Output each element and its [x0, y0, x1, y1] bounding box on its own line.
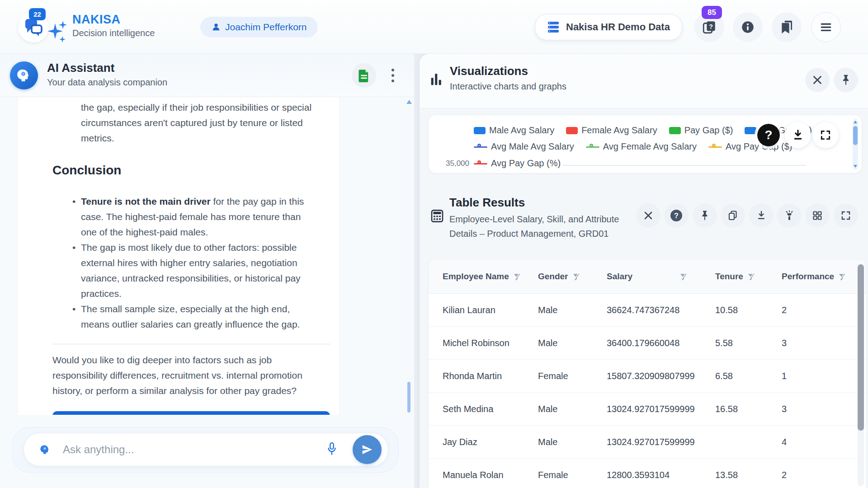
- user-account-button[interactable]: Joachim Pefferkorn: [200, 17, 318, 38]
- copy-icon: [727, 210, 738, 221]
- brand-tagline: Decision intelligence: [72, 28, 155, 38]
- table-row[interactable]: Jay Diaz Male 13024.927017599999 4: [429, 426, 866, 459]
- table-pin-button[interactable]: [693, 203, 717, 228]
- chat-scroll-area[interactable]: the gap, especially if their job respons…: [0, 97, 414, 415]
- table-row[interactable]: Rhonda Martin Female 15807.320909807999 …: [429, 360, 866, 393]
- cell-gender: Male: [538, 404, 607, 414]
- legend-swatch: [474, 127, 486, 134]
- bookmark-icon: [779, 19, 794, 35]
- chat-scrollbar-thumb[interactable]: [407, 382, 410, 413]
- table-row[interactable]: Manuela Rolan Female 12800.3593104 13.58…: [429, 459, 866, 488]
- cell-tenure: 13.58: [715, 470, 782, 480]
- microphone-icon: [326, 442, 338, 457]
- scroll-down-arrow[interactable]: [854, 165, 857, 168]
- cell-gender: Male: [538, 305, 607, 315]
- legend-item[interactable]: Avg Female Avg Salary: [586, 141, 697, 152]
- cell-tenure: 6.58: [715, 371, 782, 381]
- cell-salary: 13024.927017599999: [607, 404, 715, 414]
- chart-scrollbar-thumb[interactable]: [853, 126, 858, 145]
- filter-icon[interactable]: [572, 273, 580, 281]
- column-header-gender[interactable]: Gender: [538, 272, 607, 282]
- svg-text:?: ?: [709, 23, 713, 30]
- conclusion-bullets: Tenure is not the main driver for the pa…: [72, 194, 330, 332]
- cell-salary: 36400.179660048: [607, 338, 715, 348]
- legend-item[interactable]: Pay Gap ($): [669, 125, 733, 136]
- column-header-tenure[interactable]: Tenure: [715, 272, 782, 282]
- assistant-options-button[interactable]: [382, 65, 404, 86]
- table-row[interactable]: Seth Medina Male 13024.927017599999 16.5…: [429, 393, 866, 426]
- grid-icon: [812, 210, 823, 221]
- table-row[interactable]: Michel Robinson Male 36400.179660048 5.5…: [429, 327, 866, 360]
- cell-employee-name: Seth Medina: [443, 404, 538, 414]
- column-header-salary[interactable]: Salary: [607, 272, 715, 282]
- cell-performance: 2: [782, 305, 866, 315]
- suggested-prompt-button[interactable]: Let's explore the job responsibilities o…: [52, 411, 330, 415]
- filter-icon[interactable]: [679, 273, 687, 281]
- cell-gender: Male: [538, 437, 607, 447]
- close-icon: [811, 74, 823, 86]
- cell-employee-name: Manuela Rolan: [443, 470, 538, 480]
- assistant-title: AI Assistant: [47, 61, 114, 75]
- table-fullscreen-button[interactable]: [834, 203, 858, 228]
- chart-download-button[interactable]: [785, 122, 811, 148]
- bullet-item: The gap is most likely due to other fact…: [72, 240, 330, 301]
- table-close-button[interactable]: [636, 203, 660, 228]
- legend-row-3: Avg Pay Gap (%): [474, 158, 561, 169]
- main-menu-button[interactable]: [811, 12, 841, 42]
- brand-block: NAKISA Decision intelligence: [72, 13, 155, 38]
- legend-swatch: [745, 127, 756, 134]
- dataset-name: Nakisa HR Demo Data: [566, 21, 670, 33]
- close-icon: [643, 210, 654, 221]
- y-axis-tick: 35,000: [442, 159, 469, 168]
- info-button[interactable]: [733, 12, 763, 42]
- table-help-button[interactable]: ?: [664, 203, 689, 228]
- legend-item[interactable]: Male Avg Salary: [474, 125, 554, 136]
- legend-item[interactable]: Avg Male Avg Salary: [474, 141, 574, 152]
- fullscreen-icon: [840, 210, 851, 221]
- ask-input-pill[interactable]: [24, 433, 388, 466]
- scroll-up-arrow[interactable]: [406, 100, 412, 104]
- legend-item[interactable]: Avg Pay Gap ($): [708, 141, 792, 152]
- table-highlight-button[interactable]: [777, 203, 802, 228]
- chart-scrollbar[interactable]: [853, 119, 858, 169]
- dataset-selector-button[interactable]: Nakisa HR Demo Data: [535, 14, 682, 40]
- column-header-employee-name[interactable]: Employee Name: [443, 272, 538, 282]
- bar-chart-icon: [430, 73, 442, 88]
- filter-icon[interactable]: [838, 273, 846, 281]
- ask-input-container: [12, 427, 399, 473]
- table-copy-button[interactable]: [721, 203, 745, 228]
- report-document-button[interactable]: [352, 63, 376, 88]
- help-icon: ?: [668, 207, 684, 224]
- app-window: 22 NAKISA Decision intelligence Joachim …: [0, 0, 868, 488]
- visualizations-header: Visualizations Interactive charts and gr…: [420, 54, 868, 108]
- column-header-performance[interactable]: Performance: [782, 272, 866, 282]
- cell-performance: 4: [782, 437, 866, 447]
- table-row[interactable]: Kilian Lauran Male 36624.747367248 10.58…: [429, 294, 866, 327]
- table-layout-button[interactable]: [805, 203, 830, 228]
- filter-icon[interactable]: [747, 273, 755, 281]
- head-gear-icon: [16, 67, 32, 84]
- pin-visualizations-button[interactable]: [834, 68, 858, 92]
- legend-marker: [586, 144, 599, 150]
- filter-icon[interactable]: [513, 273, 521, 281]
- send-button[interactable]: [353, 435, 382, 464]
- table-scrollbar[interactable]: [858, 263, 864, 486]
- info-icon: [740, 19, 755, 35]
- chart-fullscreen-button[interactable]: [812, 122, 839, 148]
- table-scrollbar-thumb[interactable]: [858, 264, 864, 431]
- bookmarks-button[interactable]: [772, 12, 802, 42]
- person-icon: [211, 22, 221, 32]
- cell-salary: 12800.3593104: [607, 470, 715, 480]
- scroll-up-arrow[interactable]: [854, 121, 857, 123]
- assistant-subtitle: Your data analysis companion: [47, 77, 167, 88]
- chart-help-button[interactable]: ?: [757, 124, 780, 146]
- assistant-message: the gap, especially if their job respons…: [18, 97, 339, 415]
- ask-input[interactable]: [63, 443, 322, 456]
- close-visualizations-button[interactable]: [805, 68, 830, 92]
- legend-item[interactable]: Avg Pay Gap (%): [474, 158, 561, 169]
- legend-item[interactable]: Female Avg Salary: [566, 125, 657, 136]
- legend-marker: [474, 160, 487, 167]
- cell-employee-name: Rhonda Martin: [443, 371, 538, 381]
- voice-input-button[interactable]: [322, 440, 342, 460]
- table-download-button[interactable]: [749, 203, 774, 228]
